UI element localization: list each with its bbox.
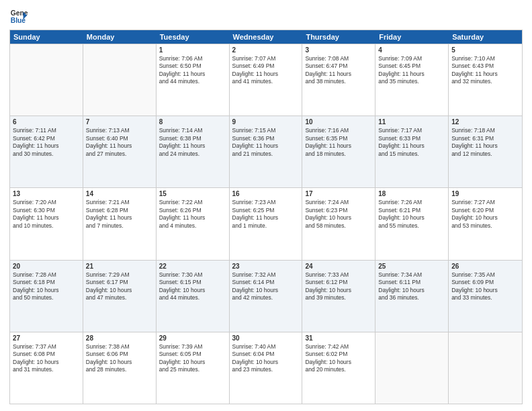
day-info: Sunrise: 7:39 AM Sunset: 6:05 PM Dayligh… [159,343,226,374]
calendar-cell: 18Sunrise: 7:26 AM Sunset: 6:21 PM Dayli… [375,188,449,259]
calendar-cell: 11Sunrise: 7:17 AM Sunset: 6:33 PM Dayli… [375,116,449,187]
day-number: 19 [451,190,519,197]
day-number: 17 [305,190,372,197]
day-info: Sunrise: 7:20 AM Sunset: 6:30 PM Dayligh… [13,199,80,230]
day-info: Sunrise: 7:27 AM Sunset: 6:20 PM Dayligh… [451,199,519,230]
calendar-cell [449,332,522,404]
calendar-cell [375,332,449,404]
day-number: 3 [305,46,372,54]
day-number: 29 [159,334,226,342]
calendar-header: SundayMondayTuesdayWednesdayThursdayFrid… [10,30,522,44]
header-day-tuesday: Tuesday [157,30,230,44]
day-number: 22 [159,263,226,270]
calendar-cell: 6Sunrise: 7:11 AM Sunset: 6:42 PM Daylig… [10,116,83,187]
day-number: 23 [232,263,300,270]
header-day-saturday: Saturday [449,30,522,44]
header: General Blue [9,7,523,26]
page: General Blue SundayMondayTuesdayWednesda… [0,0,532,411]
day-info: Sunrise: 7:17 AM Sunset: 6:33 PM Dayligh… [378,127,445,158]
day-number: 28 [86,334,153,342]
day-info: Sunrise: 7:34 AM Sunset: 6:11 PM Dayligh… [378,271,445,302]
day-info: Sunrise: 7:06 AM Sunset: 6:50 PM Dayligh… [159,55,226,86]
calendar-cell: 29Sunrise: 7:39 AM Sunset: 6:05 PM Dayli… [157,332,230,404]
day-info: Sunrise: 7:21 AM Sunset: 6:28 PM Dayligh… [86,199,153,230]
day-info: Sunrise: 7:22 AM Sunset: 6:26 PM Dayligh… [159,199,226,230]
calendar-cell: 9Sunrise: 7:15 AM Sunset: 6:36 PM Daylig… [230,116,303,187]
day-info: Sunrise: 7:23 AM Sunset: 6:25 PM Dayligh… [232,199,300,230]
calendar-cell: 31Sunrise: 7:42 AM Sunset: 6:02 PM Dayli… [302,332,375,404]
day-info: Sunrise: 7:35 AM Sunset: 6:09 PM Dayligh… [451,271,519,302]
calendar-cell: 30Sunrise: 7:40 AM Sunset: 6:04 PM Dayli… [230,332,303,404]
day-info: Sunrise: 7:42 AM Sunset: 6:02 PM Dayligh… [305,343,372,374]
calendar-row-2: 6Sunrise: 7:11 AM Sunset: 6:42 PM Daylig… [10,116,522,187]
calendar-cell: 26Sunrise: 7:35 AM Sunset: 6:09 PM Dayli… [449,261,522,332]
day-number: 2 [232,46,300,54]
day-info: Sunrise: 7:10 AM Sunset: 6:43 PM Dayligh… [451,55,519,86]
day-number: 14 [86,190,153,197]
calendar-cell: 7Sunrise: 7:13 AM Sunset: 6:40 PM Daylig… [83,116,157,187]
day-number: 6 [13,118,80,126]
calendar-cell: 5Sunrise: 7:10 AM Sunset: 6:43 PM Daylig… [449,44,522,116]
day-number: 8 [159,118,226,126]
calendar-body: 1Sunrise: 7:06 AM Sunset: 6:50 PM Daylig… [10,44,522,404]
day-number: 13 [13,190,80,197]
day-info: Sunrise: 7:07 AM Sunset: 6:49 PM Dayligh… [232,55,300,86]
day-number: 15 [159,190,226,197]
day-info: Sunrise: 7:14 AM Sunset: 6:38 PM Dayligh… [159,127,226,158]
calendar-cell: 8Sunrise: 7:14 AM Sunset: 6:38 PM Daylig… [157,116,230,187]
calendar-cell: 27Sunrise: 7:37 AM Sunset: 6:08 PM Dayli… [10,332,83,404]
day-number: 5 [451,46,519,54]
day-info: Sunrise: 7:29 AM Sunset: 6:17 PM Dayligh… [86,271,153,302]
calendar-cell: 4Sunrise: 7:09 AM Sunset: 6:45 PM Daylig… [375,44,449,116]
day-number: 9 [232,118,300,126]
day-number: 21 [86,263,153,270]
day-number: 25 [378,263,445,270]
day-info: Sunrise: 7:11 AM Sunset: 6:42 PM Dayligh… [13,127,80,158]
day-number: 26 [451,263,519,270]
calendar-cell: 2Sunrise: 7:07 AM Sunset: 6:49 PM Daylig… [230,44,303,116]
calendar-cell: 3Sunrise: 7:08 AM Sunset: 6:47 PM Daylig… [302,44,375,116]
header-day-friday: Friday [375,30,449,44]
day-info: Sunrise: 7:24 AM Sunset: 6:23 PM Dayligh… [305,199,372,230]
day-number: 10 [305,118,372,126]
calendar-cell: 10Sunrise: 7:16 AM Sunset: 6:35 PM Dayli… [302,116,375,187]
day-number: 7 [86,118,153,126]
day-number: 4 [378,46,445,54]
logo-icon: General Blue [9,7,28,26]
calendar-row-3: 13Sunrise: 7:20 AM Sunset: 6:30 PM Dayli… [10,187,522,259]
calendar-cell: 14Sunrise: 7:21 AM Sunset: 6:28 PM Dayli… [83,188,157,259]
day-info: Sunrise: 7:13 AM Sunset: 6:40 PM Dayligh… [86,127,153,158]
calendar: SundayMondayTuesdayWednesdayThursdayFrid… [9,30,523,404]
calendar-cell: 28Sunrise: 7:38 AM Sunset: 6:06 PM Dayli… [83,332,157,404]
calendar-cell: 21Sunrise: 7:29 AM Sunset: 6:17 PM Dayli… [83,261,157,332]
day-number: 11 [378,118,445,126]
header-day-thursday: Thursday [302,30,375,44]
calendar-cell: 25Sunrise: 7:34 AM Sunset: 6:11 PM Dayli… [375,261,449,332]
header-day-wednesday: Wednesday [230,30,303,44]
day-info: Sunrise: 7:40 AM Sunset: 6:04 PM Dayligh… [232,343,300,374]
day-info: Sunrise: 7:09 AM Sunset: 6:45 PM Dayligh… [378,55,445,86]
day-info: Sunrise: 7:28 AM Sunset: 6:18 PM Dayligh… [13,271,80,302]
calendar-cell: 24Sunrise: 7:33 AM Sunset: 6:12 PM Dayli… [302,261,375,332]
day-info: Sunrise: 7:16 AM Sunset: 6:35 PM Dayligh… [305,127,372,158]
calendar-cell: 16Sunrise: 7:23 AM Sunset: 6:25 PM Dayli… [230,188,303,259]
calendar-cell [10,44,83,116]
day-number: 27 [13,334,80,342]
day-info: Sunrise: 7:38 AM Sunset: 6:06 PM Dayligh… [86,343,153,374]
calendar-cell: 19Sunrise: 7:27 AM Sunset: 6:20 PM Dayli… [449,188,522,259]
calendar-cell: 17Sunrise: 7:24 AM Sunset: 6:23 PM Dayli… [302,188,375,259]
calendar-cell: 22Sunrise: 7:30 AM Sunset: 6:15 PM Dayli… [157,261,230,332]
calendar-cell [83,44,157,116]
logo: General Blue [9,7,28,26]
calendar-row-1: 1Sunrise: 7:06 AM Sunset: 6:50 PM Daylig… [10,44,522,116]
calendar-cell: 23Sunrise: 7:32 AM Sunset: 6:14 PM Dayli… [230,261,303,332]
calendar-cell: 15Sunrise: 7:22 AM Sunset: 6:26 PM Dayli… [157,188,230,259]
day-info: Sunrise: 7:08 AM Sunset: 6:47 PM Dayligh… [305,55,372,86]
day-info: Sunrise: 7:32 AM Sunset: 6:14 PM Dayligh… [232,271,300,302]
day-info: Sunrise: 7:26 AM Sunset: 6:21 PM Dayligh… [378,199,445,230]
day-info: Sunrise: 7:37 AM Sunset: 6:08 PM Dayligh… [13,343,80,374]
day-info: Sunrise: 7:15 AM Sunset: 6:36 PM Dayligh… [232,127,300,158]
calendar-row-4: 20Sunrise: 7:28 AM Sunset: 6:18 PM Dayli… [10,260,522,332]
day-number: 24 [305,263,372,270]
day-info: Sunrise: 7:18 AM Sunset: 6:31 PM Dayligh… [451,127,519,158]
